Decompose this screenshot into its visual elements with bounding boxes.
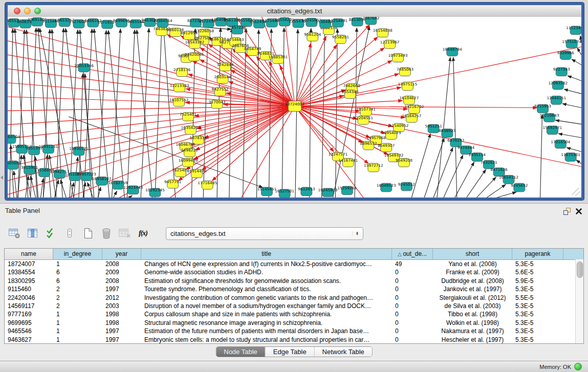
select-all-rows-button[interactable] — [44, 227, 58, 240]
graph-edge[interactable] — [564, 89, 581, 94]
graph-edge[interactable] — [568, 76, 581, 81]
graph-edge[interactable] — [11, 145, 14, 198]
table-cell[interactable]: 1997 — [102, 336, 141, 344]
table-cell[interactable]: 5.3E-5 — [512, 336, 563, 344]
graph-edge[interactable] — [576, 160, 581, 164]
graph-edge[interactable] — [577, 48, 581, 55]
graph-edge[interactable] — [114, 191, 117, 198]
column-header-short[interactable]: short — [433, 249, 512, 259]
graph-edge[interactable] — [295, 37, 378, 106]
table-cell[interactable]: Nakamura et al. (1997) — [433, 327, 512, 335]
table-cell[interactable]: de Silva et al. (2003) — [433, 302, 512, 310]
table-cell[interactable]: 14569117 — [5, 302, 53, 310]
column-header-in_degree[interactable]: in_degree — [53, 249, 102, 259]
network-canvas[interactable]: 7463822886012889129542322605898275051654… — [8, 17, 581, 198]
table-cell[interactable]: 0 — [392, 294, 433, 302]
table-cell[interactable]: 1 — [53, 319, 102, 327]
graph-edge[interactable] — [41, 179, 43, 198]
table-cell[interactable]: 19384554 — [5, 268, 53, 276]
table-cell[interactable]: 6 — [53, 268, 102, 276]
graph-edge[interactable] — [295, 47, 581, 106]
graph-edge[interactable] — [424, 138, 444, 198]
graph-edge[interactable] — [433, 147, 453, 198]
table-cell[interactable]: 1 — [53, 310, 102, 318]
graph-edge[interactable] — [155, 29, 162, 198]
graph-edge[interactable] — [88, 183, 93, 198]
graph-edge[interactable] — [572, 59, 581, 65]
panel-divider-arrow[interactable] — [1, 176, 3, 180]
graph-edge[interactable] — [453, 57, 457, 198]
column-header-out_de[interactable]: △ out_de... — [392, 249, 433, 259]
table-cell[interactable]: 0 — [392, 302, 433, 310]
table-cell[interactable]: 9465546 — [5, 327, 53, 335]
graph-edge[interactable] — [555, 120, 581, 124]
table-cell[interactable]: Wolkin et al. (1998) — [433, 319, 512, 327]
table-cell[interactable]: 1998 — [102, 319, 141, 327]
table-cell[interactable]: 2 — [53, 302, 102, 310]
graph-edge[interactable] — [295, 45, 337, 106]
table-cell[interactable]: Structural magnetic resonance image aver… — [141, 319, 392, 327]
table-cell[interactable]: 2009 — [102, 268, 141, 276]
graph-edge[interactable] — [8, 106, 295, 111]
table-cell[interactable]: 2003 — [102, 302, 141, 310]
table-row[interactable]: 1830029562008Estimation of significance … — [5, 277, 583, 285]
tab-network-table[interactable]: Network Table — [315, 347, 372, 357]
table-row[interactable]: 977716911998Corpus callosum shape and si… — [5, 310, 583, 318]
table-cell[interactable]: 0 — [392, 277, 433, 285]
table-row[interactable]: 1456911722003Disruption of a novel membe… — [5, 302, 583, 310]
table-cell[interactable]: Jankovic et al. (1997) — [433, 285, 512, 293]
table-cell[interactable]: Yano et al. (2008) — [433, 260, 512, 268]
zoom-button[interactable] — [34, 8, 41, 14]
table-cell[interactable]: 0 — [392, 285, 433, 293]
table-cell[interactable]: 5.3E-5 — [512, 319, 563, 327]
table-cell[interactable]: 0 — [392, 336, 433, 344]
delete-column-button[interactable] — [99, 227, 113, 240]
table-row[interactable]: 2242004622012Investigating the contribut… — [5, 294, 583, 302]
table-cell[interactable]: 1997 — [102, 327, 141, 335]
table-cell[interactable]: 1997 — [102, 285, 141, 293]
close-button[interactable] — [14, 8, 20, 14]
graph-edge[interactable] — [322, 30, 325, 198]
table-cell[interactable]: 9777169 — [5, 310, 53, 318]
table-cell[interactable]: 5.3E-5 — [512, 310, 563, 318]
window-titlebar[interactable]: citations_edges.txt — [8, 5, 581, 17]
table-cell[interactable]: 0 — [392, 327, 433, 335]
table-cell[interactable]: 2008 — [102, 277, 141, 285]
resize-grip[interactable] — [572, 188, 580, 196]
table-row[interactable]: 1938455462009Genome-wide association stu… — [5, 268, 583, 276]
table-cell[interactable]: 2008 — [102, 260, 141, 268]
graph-edge[interactable] — [60, 180, 66, 198]
graph-edge[interactable] — [558, 134, 581, 138]
table-row[interactable]: 911546021997Tourette syndrome. Phenomeno… — [5, 285, 583, 293]
table-cell[interactable]: Tourette syndrome. Phenomenology and cla… — [141, 285, 392, 293]
graph-edge[interactable] — [335, 29, 337, 198]
graph-edge[interactable] — [98, 30, 106, 198]
table-cell[interactable]: 9463627 — [5, 336, 53, 344]
minimize-button[interactable] — [24, 8, 31, 14]
table-row[interactable]: 946362711997Embryonic stem cells: a mode… — [5, 336, 583, 344]
function-builder-button[interactable]: f(x) — [136, 227, 150, 240]
table-cell[interactable]: 5.3E-5 — [512, 285, 563, 293]
table-cell[interactable]: 18724007 — [5, 260, 53, 268]
table-cell[interactable]: 2 — [53, 285, 102, 293]
table-cell[interactable]: Changes of HCN gene expression and I(f) … — [141, 260, 392, 268]
table-row[interactable]: 969969511998Structural magnetic resonanc… — [5, 319, 583, 327]
table-cell[interactable]: 0 — [392, 310, 433, 318]
graph-edge[interactable] — [8, 55, 295, 106]
table-cell[interactable]: 0 — [392, 268, 433, 276]
graph-edge[interactable] — [112, 29, 121, 198]
graph-edge[interactable] — [476, 177, 496, 198]
table-cell[interactable]: Estimation of significance thresholds fo… — [141, 277, 392, 285]
float-panel-button[interactable] — [562, 207, 572, 215]
table-cell[interactable]: 5.3E-5 — [512, 327, 563, 335]
graph-edge[interactable] — [467, 169, 486, 198]
table-cell[interactable]: Corpus callosum shape and size in male p… — [141, 310, 392, 318]
table-row[interactable]: 946554611997Estimation of the future num… — [5, 327, 583, 335]
graph-edge[interactable] — [455, 162, 474, 198]
tab-node-table[interactable]: Node Table — [216, 347, 266, 357]
column-header-year[interactable]: year — [102, 249, 141, 259]
row-selector-button[interactable] — [62, 227, 76, 240]
delete-table-button[interactable] — [118, 227, 132, 240]
table-cell[interactable]: Franke et al. (2009) — [433, 268, 512, 276]
table-cell[interactable]: 22420046 — [5, 294, 53, 302]
